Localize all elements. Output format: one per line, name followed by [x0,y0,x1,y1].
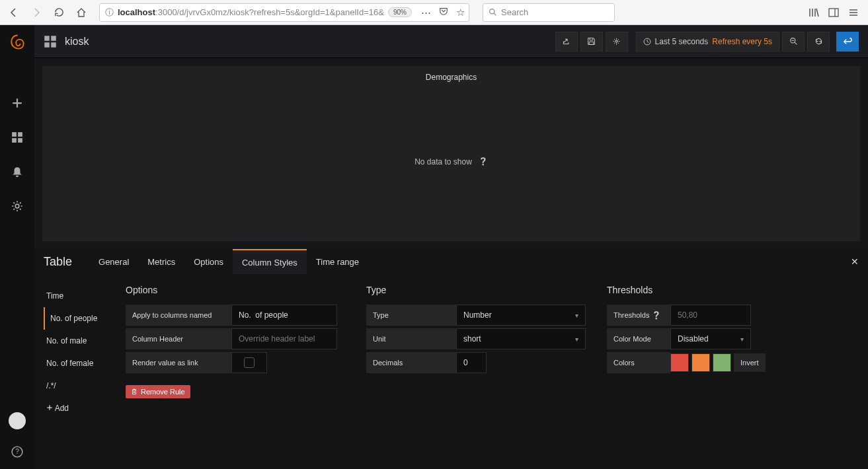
color-mode-select[interactable]: Disabled ▾ [670,328,751,349]
type-select[interactable]: Number ▾ [456,305,586,326]
color-swatch[interactable] [691,353,710,372]
apply-input[interactable] [231,305,337,326]
options-heading: Options [126,285,350,295]
link-label: Render value as link [126,352,231,373]
svg-point-0 [490,9,494,14]
svg-point-7 [15,204,19,208]
browser-chrome: ⓘ localhost:3000/d/jvrvGx0mz/kiosk?refre… [0,0,868,25]
search-bar[interactable]: Search [483,3,615,22]
tab-column-styles[interactable]: Column Styles [233,249,307,274]
color-swatch[interactable] [713,353,731,372]
svg-rect-5 [12,138,17,143]
panel-empty-text: No data to show [414,157,472,166]
help-icon[interactable]: ❔ [652,311,661,320]
help-icon[interactable]: ❔ [479,157,488,166]
svg-rect-12 [44,42,50,48]
rule-item[interactable]: No. of people [44,307,110,330]
menu-icon[interactable] [848,7,859,18]
back-to-dashboard-button[interactable] [836,32,859,52]
more-icon[interactable]: ⋯ [421,7,431,18]
svg-point-14 [615,40,617,42]
chevron-down-icon: ▾ [575,336,578,343]
rule-item[interactable]: No. of male [44,330,110,352]
rule-list: Time No. of people No. of male No. of fe… [44,285,110,458]
svg-rect-1 [829,9,838,17]
editor-header: Table General Metrics Options Column Sty… [34,249,868,274]
zoom-out-button[interactable] [782,32,805,52]
svg-rect-4 [18,132,22,137]
save-button[interactable] [580,32,603,52]
search-icon [489,8,497,17]
thresholds-input[interactable] [670,305,751,326]
refresh-button[interactable] [807,32,830,52]
dashboards-icon[interactable] [7,127,28,148]
rule-item[interactable]: Time [44,285,110,307]
url-host: localhost [118,7,155,17]
url-bar[interactable]: ⓘ localhost:3000/d/jvrvGx0mz/kiosk?refre… [99,3,469,22]
svg-rect-3 [12,132,17,137]
topbar: kiosk Last 5 seconds Refresh every 5s [34,25,868,58]
invert-button[interactable]: Invert [734,353,766,372]
plus-icon[interactable] [7,92,28,114]
remove-rule-button[interactable]: Remove Rule [126,385,190,398]
header-label: Column Header [126,328,231,349]
color-mode-label: Color Mode [607,328,670,349]
time-range-label: Last 5 seconds [655,37,709,46]
left-rail: ? [0,25,34,469]
url-path: :3000/d/jvrvGx0mz/kiosk?refresh=5s&orgId… [155,7,384,17]
svg-text:?: ? [15,448,19,455]
editor-close-button[interactable]: ✕ [851,256,859,267]
chevron-down-icon: ▾ [575,312,578,319]
tab-options[interactable]: Options [184,249,233,274]
panel-title: Demographics [426,66,477,82]
sidebar-icon[interactable] [828,7,839,18]
unit-select[interactable]: short ▾ [456,328,586,349]
avatar[interactable] [9,412,26,429]
dashboard-icon[interactable] [44,35,57,48]
color-swatch[interactable] [670,353,689,372]
reload-button[interactable] [49,3,69,22]
tab-general[interactable]: General [89,249,138,274]
thresholds-heading: Thresholds [607,285,779,295]
chevron-down-icon: ▾ [740,336,744,343]
clock-icon [643,38,651,46]
link-checkbox[interactable] [231,352,267,373]
editor-type-label[interactable]: Table [44,255,72,269]
home-button[interactable] [71,3,91,22]
decimals-input[interactable] [456,352,487,373]
type-label: Type [366,305,456,326]
decimals-label: Decimals [366,352,456,373]
info-icon: ⓘ [105,7,114,18]
thresholds-label: Thresholds ❔ [607,305,670,326]
tab-metrics[interactable]: Metrics [138,249,184,274]
panel: Demographics No data to show ❔ [42,66,860,241]
settings-button[interactable] [606,32,628,52]
add-rule-button[interactable]: Add [44,397,110,419]
bookmark-icon[interactable]: ☆ [456,7,465,18]
grafana-logo[interactable] [7,32,28,53]
refresh-interval-label: Refresh every 5s [712,37,772,46]
back-button[interactable] [4,3,24,22]
colors-label: Colors [607,352,670,373]
svg-rect-13 [51,42,56,48]
gear-icon[interactable] [7,196,28,217]
tab-time-range[interactable]: Time range [307,249,368,274]
apply-label: Apply to columns named [126,305,231,326]
header-input[interactable] [231,328,337,349]
unit-label: Unit [366,328,456,349]
rule-item[interactable]: No. of female [44,352,110,375]
forward-button[interactable] [26,3,46,22]
help-icon[interactable]: ? [7,441,28,462]
search-placeholder: Search [501,7,528,17]
zoom-badge[interactable]: 90% [388,7,412,17]
dashboard-title[interactable]: kiosk [65,36,89,48]
library-icon[interactable] [809,7,819,18]
pocket-icon[interactable] [439,7,448,18]
svg-rect-10 [44,36,50,41]
time-picker[interactable]: Last 5 seconds Refresh every 5s [636,32,779,52]
share-button[interactable] [555,32,578,52]
rule-item[interactable]: /.*/ [44,375,110,397]
bell-icon[interactable] [7,161,28,182]
svg-rect-6 [18,138,22,143]
svg-rect-11 [51,36,56,41]
